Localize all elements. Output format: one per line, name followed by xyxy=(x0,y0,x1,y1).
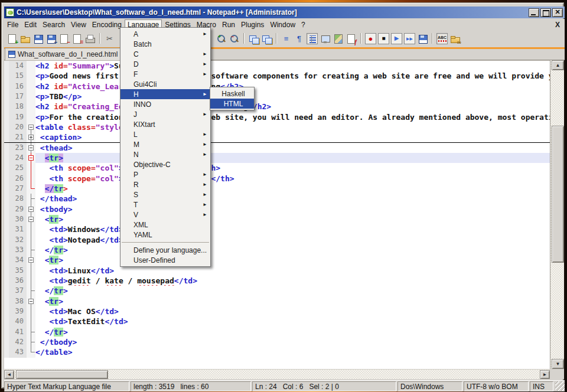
code-line-23[interactable]: 23 <thead> xyxy=(4,143,550,153)
code-line-40[interactable]: 40 <td>TextEdit</td> xyxy=(4,316,550,326)
submenu-item-html[interactable]: HTML xyxy=(210,99,254,109)
code-line-28[interactable]: 28 </thead> xyxy=(4,194,550,204)
bookmark-margin[interactable] xyxy=(4,224,9,234)
bookmark-margin[interactable] xyxy=(4,296,9,306)
code-line-41[interactable]: 41 </tr> xyxy=(4,327,550,337)
bookmark-margin[interactable] xyxy=(4,132,9,142)
code-line-42[interactable]: 42 </tbody> xyxy=(4,337,550,347)
bookmark-margin[interactable] xyxy=(4,122,9,132)
fold-margin[interactable] xyxy=(27,153,35,163)
zoom-out-icon[interactable]: − xyxy=(229,33,240,44)
code-line-17[interactable]: 17<p>TBD</p> xyxy=(4,92,550,102)
language-menu-item-t[interactable]: T► xyxy=(120,200,210,210)
menu-search[interactable]: Search xyxy=(40,19,68,30)
code-line-27[interactable]: 27 </tr> xyxy=(4,184,550,194)
language-menu-item-f[interactable]: F► xyxy=(120,69,210,79)
resize-grip[interactable] xyxy=(555,381,565,391)
code-line-37[interactable]: 37 </tr> xyxy=(4,286,550,296)
language-menu-item-objective-c[interactable]: Objective-C xyxy=(120,159,210,169)
close-button[interactable] xyxy=(552,8,563,17)
language-menu-item-j[interactable]: J► xyxy=(120,109,210,119)
open-file-icon[interactable] xyxy=(19,33,31,44)
fold-collapse-icon[interactable] xyxy=(28,207,34,212)
language-menu-item-batch[interactable]: Batch xyxy=(120,39,210,49)
menu-window[interactable]: Window xyxy=(267,19,298,30)
language-menu-item-p[interactable]: P► xyxy=(120,169,210,179)
bookmark-margin[interactable] xyxy=(4,81,9,92)
editor-pane[interactable]: 14<h2 id="Summary">Summary</h2>15<p>Good… xyxy=(4,60,550,369)
status-eol-format[interactable]: Dos\Windows xyxy=(397,381,462,391)
code-line-25[interactable]: 25 <th scope="col">Operating system</th> xyxy=(4,163,550,173)
fold-collapse-icon[interactable] xyxy=(28,145,34,151)
minimize-button[interactable] xyxy=(529,8,539,17)
show-all-characters-icon[interactable]: ¶ xyxy=(294,33,305,44)
code-line-19[interactable]: 19<p>For the creation and editing of a w… xyxy=(4,112,550,122)
function-list-icon[interactable]: ƒ xyxy=(346,33,357,44)
code-line-31[interactable]: 31 <td>Windows</td> xyxy=(4,224,550,234)
macro-save-icon[interactable] xyxy=(417,33,428,44)
fold-collapse-icon[interactable] xyxy=(28,155,34,161)
vertical-scrollbar[interactable]: ▲ ▼ xyxy=(550,60,564,369)
bookmark-margin[interactable] xyxy=(4,102,9,112)
fold-margin[interactable] xyxy=(27,255,35,265)
bookmark-margin[interactable] xyxy=(4,214,9,224)
bookmark-margin[interactable] xyxy=(4,286,9,296)
macro-record-icon[interactable]: ● xyxy=(365,33,376,44)
horizontal-scrollbar[interactable]: ◄ ► xyxy=(4,369,550,379)
language-menu-item-user-defined[interactable]: User-Defined xyxy=(120,255,210,265)
spell-check-icon[interactable]: ABC xyxy=(436,33,448,44)
menu-encoding[interactable]: Encoding xyxy=(89,19,125,30)
code-line-20[interactable]: 20<table class="styled"> xyxy=(4,122,550,132)
menu-plugins[interactable]: Plugins xyxy=(238,19,267,30)
macro-play-icon[interactable]: ▶ xyxy=(391,33,402,44)
code-line-14[interactable]: 14<h2 id="Summary">Summary</h2> xyxy=(4,61,550,71)
language-menu-item-v[interactable]: V► xyxy=(120,210,210,220)
language-menu-item-s[interactable]: S► xyxy=(120,190,210,200)
bookmark-margin[interactable] xyxy=(4,255,9,265)
language-menu-item-gui4cli[interactable]: Gui4Cli xyxy=(120,79,210,89)
close-icon[interactable]: − xyxy=(58,33,70,44)
save-all-icon[interactable]: + xyxy=(45,33,57,44)
vertical-scroll-thumb[interactable] xyxy=(552,126,564,263)
bookmark-margin[interactable] xyxy=(4,92,9,102)
code-line-35[interactable]: 35 <td>Linux</td> xyxy=(4,266,550,276)
bookmark-margin[interactable] xyxy=(4,163,9,173)
code-line-30[interactable]: 30 <tr> xyxy=(4,214,550,224)
language-menu-item-d[interactable]: D► xyxy=(120,59,210,69)
language-menu-item-c[interactable]: C► xyxy=(120,49,210,59)
code-line-21[interactable]: 21 <caption> xyxy=(4,132,550,142)
scroll-up-icon[interactable]: ▲ xyxy=(552,60,564,70)
zoom-in-icon[interactable]: + xyxy=(216,33,227,44)
menu-file[interactable]: File xyxy=(4,19,21,30)
fold-margin[interactable] xyxy=(27,122,35,132)
save-icon[interactable] xyxy=(32,33,44,44)
language-menu-item-h[interactable]: H► xyxy=(120,89,210,99)
new-file-icon[interactable]: + xyxy=(6,33,18,44)
indent-guide-icon[interactable] xyxy=(307,33,318,44)
fold-expand-icon[interactable] xyxy=(28,135,34,140)
bookmark-margin[interactable] xyxy=(4,337,9,347)
menu-view[interactable]: View xyxy=(68,19,89,30)
bookmark-margin[interactable] xyxy=(4,327,9,337)
document-close-x[interactable]: X xyxy=(555,21,560,29)
bookmark-margin[interactable] xyxy=(4,204,9,214)
document-map-icon[interactable] xyxy=(333,33,344,44)
code-line-33[interactable]: 33 </tr> xyxy=(4,245,550,255)
menu-edit[interactable]: Edit xyxy=(21,19,40,30)
print-icon[interactable] xyxy=(84,33,96,44)
horizontal-scroll-thumb[interactable] xyxy=(16,370,108,379)
bookmark-margin[interactable] xyxy=(4,194,9,204)
fold-margin[interactable] xyxy=(27,214,35,224)
title-bar[interactable]: C:\Users\user\Desktop\What_software_do_I… xyxy=(4,6,565,18)
bookmark-margin[interactable] xyxy=(4,61,9,71)
language-menu-item-yaml[interactable]: YAML xyxy=(120,230,210,240)
close-all-icon[interactable]: = xyxy=(71,33,83,44)
spell-check-languages-icon[interactable]: ∞ xyxy=(449,33,461,44)
code-line-29[interactable]: 29 <tbody> xyxy=(4,204,550,214)
word-wrap-icon[interactable]: ≡ xyxy=(281,33,292,44)
bookmark-margin[interactable] xyxy=(4,347,9,357)
scroll-down-icon[interactable]: ▼ xyxy=(552,359,564,369)
cut-icon[interactable]: ✂ xyxy=(104,33,115,44)
bookmark-margin[interactable] xyxy=(4,153,9,163)
fold-collapse-icon[interactable] xyxy=(28,299,34,304)
